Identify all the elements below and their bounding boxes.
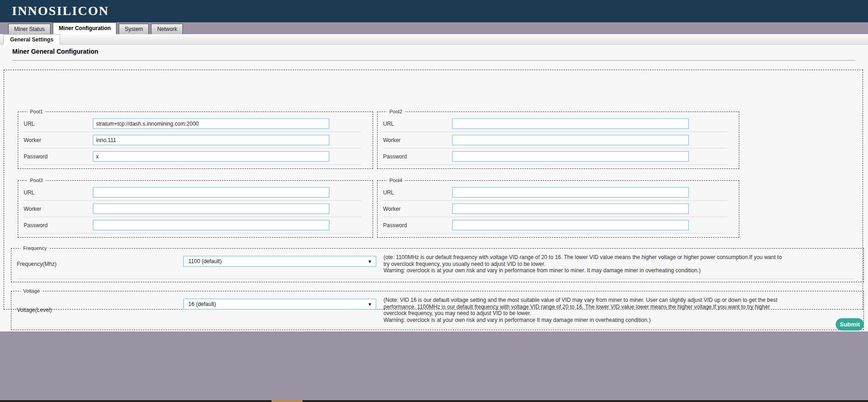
chevron-down-icon: ▼	[368, 302, 372, 307]
frequency-select[interactable]: 1100 (default) ▼	[183, 256, 376, 267]
frequency-legend: Frequency	[20, 245, 50, 251]
pool1-worker-input[interactable]	[93, 135, 329, 145]
voltage-row: Voltage(Level) 16 (default) ▼ (Note: VID…	[17, 295, 854, 328]
pool2-section: Pool2 URL Worker Password	[377, 109, 739, 169]
pool3-password-label: Password	[24, 222, 93, 229]
app-header: INNOSILICON	[0, 0, 868, 22]
pool1-legend: Pool1	[27, 109, 45, 114]
voltage-section: Voltage Voltage(Level) 16 (default) ▼ (N…	[11, 288, 864, 330]
pool1-worker-label: Worker	[24, 137, 93, 143]
bottom-edge-accent	[272, 400, 303, 402]
subtab-general-settings[interactable]: General Settings	[3, 34, 60, 45]
pool2-url-label: URL	[383, 121, 452, 127]
pool3-password-row: Password	[24, 217, 361, 234]
innosilicon-logo: INNOSILICON	[12, 4, 109, 18]
frequency-label: Frequency(Mhz)	[17, 261, 183, 267]
sub-tab-bar: General Settings	[0, 34, 868, 45]
main-tab-bar: Miner Status Miner Configuration System …	[0, 22, 868, 34]
pool4-password-row: Password	[383, 217, 727, 234]
pool1-password-row: Password	[24, 148, 361, 165]
pool1-url-label: URL	[24, 121, 93, 127]
chevron-down-icon: ▼	[368, 259, 372, 264]
pool4-section: Pool4 URL Worker Password	[377, 178, 739, 238]
frequency-row: Frequency(Mhz) 1100 (default) ▼ (ote: 11…	[17, 252, 854, 279]
bottom-edge-bar	[0, 400, 868, 402]
voltage-legend: Voltage	[20, 288, 43, 294]
pool1-section: Pool1 URL Worker Password	[18, 109, 373, 169]
voltage-note: (Note: VID 16 is our default voltage set…	[384, 297, 789, 323]
tab-network[interactable]: Network	[151, 24, 183, 34]
pool3-worker-label: Worker	[24, 206, 93, 212]
settings-panel: Pool1 URL Worker Password Pool2 URL	[4, 70, 863, 310]
pool3-url-input[interactable]	[93, 187, 329, 198]
pool4-url-input[interactable]	[452, 187, 689, 198]
pool4-url-row: URL	[383, 184, 727, 201]
heading-divider	[12, 60, 855, 61]
voltage-select[interactable]: 16 (default) ▼	[183, 299, 376, 310]
pool2-legend: Pool2	[387, 109, 405, 114]
pool2-password-input[interactable]	[452, 151, 689, 162]
pool4-password-input[interactable]	[452, 220, 689, 230]
pool2-worker-input[interactable]	[452, 135, 689, 145]
tab-miner-configuration[interactable]: Miner Configuration	[53, 22, 116, 34]
pool1-url-input[interactable]	[93, 118, 329, 129]
pool3-url-row: URL	[24, 184, 361, 201]
pool3-url-label: URL	[24, 189, 93, 196]
page-title: Miner General Configuration	[12, 48, 98, 55]
pool1-password-input[interactable]	[93, 151, 329, 162]
pool4-url-label: URL	[383, 189, 452, 196]
pool4-worker-row: Worker	[383, 201, 727, 217]
frequency-note: (ote: 1100MHz is our default frequency w…	[384, 254, 789, 274]
pool3-worker-input[interactable]	[93, 204, 329, 214]
pool3-legend: Pool3	[27, 178, 45, 183]
page: INNOSILICON Miner Status Miner Configura…	[0, 0, 868, 402]
voltage-selected-value: 16 (default)	[188, 301, 216, 307]
voltage-label: Voltage(Level)	[17, 307, 183, 313]
pool4-worker-input[interactable]	[452, 204, 689, 214]
pool2-password-row: Password	[383, 148, 727, 165]
submit-button[interactable]: Submit	[836, 318, 864, 331]
pool2-password-label: Password	[383, 153, 452, 160]
frequency-selected-value: 1100 (default)	[188, 258, 222, 265]
pool1-password-label: Password	[24, 153, 93, 160]
pool2-url-row: URL	[383, 116, 727, 132]
pool2-worker-row: Worker	[383, 132, 727, 148]
tab-miner-status[interactable]: Miner Status	[8, 24, 50, 34]
pool3-section: Pool3 URL Worker Password	[18, 178, 373, 238]
pool2-worker-label: Worker	[383, 137, 452, 143]
pool1-url-row: URL	[24, 116, 361, 132]
page-footer-area	[0, 331, 868, 400]
pool4-worker-label: Worker	[383, 206, 452, 212]
pool3-worker-row: Worker	[24, 201, 361, 217]
pool2-url-input[interactable]	[452, 118, 689, 129]
pool4-legend: Pool4	[387, 178, 405, 183]
main-content: Miner General Configuration Pool1 URL Wo…	[0, 45, 868, 331]
frequency-section: Frequency Frequency(Mhz) 1100 (default) …	[11, 245, 864, 282]
pool4-password-label: Password	[383, 222, 452, 229]
tab-system[interactable]: System	[119, 24, 149, 34]
pool3-password-input[interactable]	[93, 220, 329, 230]
pool1-worker-row: Worker	[24, 132, 361, 148]
